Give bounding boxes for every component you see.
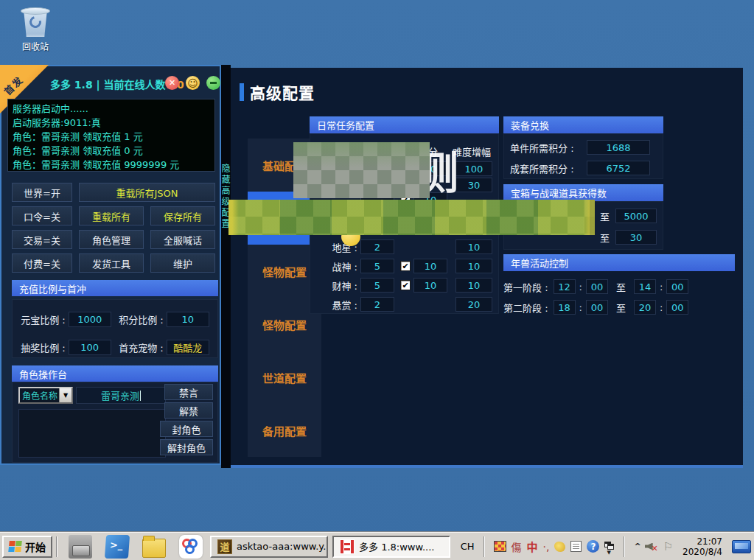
powershell-icon[interactable] bbox=[105, 535, 130, 559]
tray-time: 21:07 bbox=[683, 536, 722, 547]
stage-start-minute[interactable]: 00 bbox=[586, 279, 608, 294]
beast-stage-row-1: 第二阶段 :18:00至20:00 bbox=[503, 299, 688, 315]
task-button-area: 道asktao-aaa:www.y...多多 1.8:www.... bbox=[210, 536, 455, 558]
action-button-交易=关[interactable]: 交易=关 bbox=[12, 230, 72, 249]
role-button-解封角色[interactable]: 解封角色 bbox=[160, 439, 213, 455]
daily-task-row-6: 悬赏 :220 bbox=[316, 296, 492, 312]
role-button-封角色[interactable]: 封角色 bbox=[160, 421, 213, 437]
taskbar: 开始 道asktao-aaa:www.y...多多 1.8:www.... CH… bbox=[0, 532, 754, 560]
quick-launch-area bbox=[69, 535, 203, 559]
count-input[interactable]: 2 bbox=[360, 297, 394, 312]
circles-app-icon[interactable] bbox=[179, 535, 203, 559]
stage-end-hour[interactable]: 20 bbox=[634, 300, 656, 315]
action-button-保存所有[interactable]: 保存所有 bbox=[150, 206, 215, 225]
equip-input[interactable]: 6752 bbox=[587, 161, 650, 175]
tab-世道配置-4[interactable]: 世道配置 bbox=[248, 351, 321, 404]
count-input[interactable]: 5 bbox=[360, 278, 394, 293]
action-button-发货工具[interactable]: 发货工具 bbox=[79, 253, 144, 273]
ime-logo-icon[interactable]: 傷 bbox=[512, 539, 522, 554]
tray-separator bbox=[484, 536, 485, 557]
smiley-button[interactable]: ☺ bbox=[186, 76, 200, 90]
duoduo-icon bbox=[340, 539, 355, 554]
checkbox-checked[interactable]: ✔ bbox=[400, 261, 411, 271]
ime-punctuation-indicator[interactable]: ·, bbox=[543, 541, 550, 553]
action-button-付费=关[interactable]: 付费=关 bbox=[12, 253, 72, 273]
difficulty-input[interactable]: 10 bbox=[455, 239, 492, 254]
beast-stage-row-0: 第一阶段 :12:00至14:00 bbox=[503, 279, 688, 295]
ime-settings-icon[interactable] bbox=[570, 541, 582, 552]
recycle-bin-shortcut[interactable]: 回收站 bbox=[7, 4, 63, 52]
language-indicator[interactable]: CH bbox=[461, 541, 475, 552]
action-button-世界=开[interactable]: 世界=开 bbox=[12, 183, 72, 202]
flag-icon[interactable]: ⚐ bbox=[663, 540, 673, 553]
task-button-多多 1.8:www....[interactable]: 多多 1.8:www.... bbox=[332, 536, 450, 558]
ime-mode-indicator[interactable]: 中 bbox=[527, 539, 538, 554]
stage-end-hour[interactable]: 14 bbox=[634, 279, 656, 294]
minimize-button[interactable] bbox=[206, 76, 220, 90]
field-input-首充宠物 :[interactable]: 酷酷龙 bbox=[167, 340, 209, 355]
treasure-input[interactable]: 30 bbox=[615, 230, 657, 245]
page-title: 高级配置 bbox=[240, 81, 315, 103]
console-line-1: 启动服务器:9011:真 bbox=[13, 116, 210, 130]
role-console-header: 角色操作台 bbox=[12, 365, 218, 382]
score-input[interactable]: 10 bbox=[413, 259, 447, 273]
text-cursor bbox=[140, 391, 141, 401]
title-accent-bar bbox=[240, 83, 244, 101]
stage-start-hour[interactable]: 12 bbox=[554, 279, 576, 294]
treasure-input[interactable]: 5000 bbox=[615, 209, 657, 223]
role-console-body: 角色名称 ▼ 雷哥亲测 禁言解禁封角色解封角色 bbox=[12, 382, 218, 463]
action-button-口令=关[interactable]: 口令=关 bbox=[12, 206, 72, 225]
console-line-3: 角色：雷哥亲测 领取充值 0 元 bbox=[13, 144, 210, 158]
advanced-config-window: 高级配置 基础配置高级配置怪物配置怪物配置世道配置备用配置 日常任务配置 每日次… bbox=[231, 68, 743, 468]
console-window: 首发 多多 1.8 | 当前在线人数 : 0 ✕ ☺ 服务器启动中......启… bbox=[0, 65, 221, 465]
stage-end-minute[interactable]: 00 bbox=[666, 279, 688, 294]
score-input[interactable]: 10 bbox=[413, 278, 447, 293]
ime-keyboard-icon[interactable] bbox=[494, 541, 506, 552]
role-button-解禁[interactable]: 解禁 bbox=[164, 402, 213, 419]
stage-start-hour[interactable]: 18 bbox=[554, 300, 576, 315]
field-input-元宝比例 :[interactable]: 1000 bbox=[69, 312, 111, 327]
help-icon[interactable]: ? bbox=[587, 540, 599, 553]
field-input-积分比例 :[interactable]: 10 bbox=[167, 312, 209, 327]
difficulty-input[interactable]: 20 bbox=[455, 297, 492, 312]
tray-separator bbox=[624, 536, 625, 557]
difficulty-input[interactable]: 10 bbox=[455, 259, 492, 273]
window-restore-icon[interactable]: ▼ bbox=[604, 542, 615, 552]
action-button-重载所有JSON[interactable]: 重载所有JSON bbox=[79, 183, 215, 202]
server-log-console: 服务器启动中......启动服务器:9011:真角色：雷哥亲测 领取充值 1 元… bbox=[7, 99, 215, 172]
tab-备用配置-5[interactable]: 备用配置 bbox=[248, 404, 321, 457]
difficulty-input[interactable]: 10 bbox=[455, 278, 492, 293]
censor-blur-green bbox=[228, 200, 595, 235]
field-input-抽奖比例 :[interactable]: 100 bbox=[69, 340, 111, 355]
recharge-section-header: 充值比例与首冲 bbox=[12, 280, 218, 296]
window-title: 多多 1.8 | 当前在线人数 : 0 bbox=[50, 77, 184, 91]
start-button[interactable]: 开始 bbox=[2, 536, 52, 558]
action-button-全服喊话[interactable]: 全服喊话 bbox=[150, 230, 215, 249]
ime-hand-icon[interactable] bbox=[554, 542, 565, 552]
muted-speaker-icon[interactable]: ✕ bbox=[645, 541, 658, 553]
system-tray: CH 傷 中 ·, ? ▼ ^ ✕ ⚐ 21:07 2020/8/4 bbox=[461, 533, 754, 560]
display-icon[interactable] bbox=[732, 540, 751, 553]
stage-end-minute[interactable]: 00 bbox=[666, 300, 688, 315]
stage-start-minute[interactable]: 00 bbox=[586, 300, 608, 315]
count-input[interactable]: 5 bbox=[360, 259, 394, 273]
close-button[interactable]: ✕ bbox=[165, 76, 179, 90]
action-button-维护[interactable]: 维护 bbox=[150, 253, 215, 273]
role-name-dropdown[interactable]: 角色名称 ▼ bbox=[18, 387, 73, 404]
equip-exchange-header: 装备兑换 bbox=[503, 116, 663, 133]
daily-task-header: 日常任务配置 bbox=[310, 116, 499, 133]
folder-icon[interactable] bbox=[142, 539, 166, 558]
task-button-asktao-aaa:www.y...[interactable]: 道asktao-aaa:www.y... bbox=[210, 536, 328, 558]
tray-clock[interactable]: 21:07 2020/8/4 bbox=[683, 536, 722, 557]
collapse-tray-icon[interactable]: ^ bbox=[634, 542, 639, 551]
count-input[interactable]: 2 bbox=[360, 239, 394, 254]
recycle-bin-icon bbox=[19, 4, 52, 38]
systools-icon[interactable] bbox=[69, 535, 92, 559]
equip-input[interactable]: 1688 bbox=[587, 140, 650, 155]
role-name-input[interactable]: 雷哥亲测 bbox=[76, 387, 166, 404]
role-list-box[interactable] bbox=[18, 409, 166, 458]
role-button-禁言[interactable]: 禁言 bbox=[164, 384, 213, 400]
checkbox-checked[interactable]: ✔ bbox=[400, 280, 411, 290]
action-button-重载所有[interactable]: 重载所有 bbox=[79, 206, 144, 225]
action-button-角色管理[interactable]: 角色管理 bbox=[79, 230, 144, 249]
